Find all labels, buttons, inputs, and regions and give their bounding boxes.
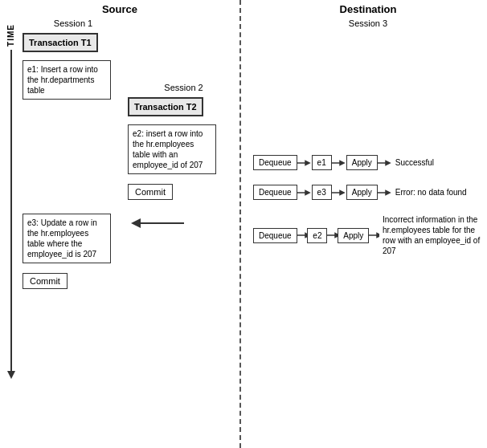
arrow-wrapper xyxy=(128,211,239,237)
session1-label: Session 1 xyxy=(23,17,124,30)
event-e2-box: e2 xyxy=(307,228,327,243)
arrow-apply-result-e2 xyxy=(369,230,379,241)
dest-row-e2: Dequeue e2 xyxy=(253,214,487,256)
dest-row-e3: Dequeue e3 xyxy=(253,185,487,200)
result-e3: Error: no data found xyxy=(395,187,467,198)
event1-box: e1: Insert a row into the hr.departments… xyxy=(23,60,111,100)
dest-row-e1: Dequeue e1 xyxy=(253,155,487,170)
spacer1 xyxy=(23,104,124,209)
source-header: Source xyxy=(0,0,239,17)
dequeue-box-e3: Dequeue xyxy=(253,185,297,200)
arrow-dequeue-e1 xyxy=(297,157,312,169)
result-e2: Incorrect information in the hr.employee… xyxy=(383,214,487,256)
session2-label: Session 2 xyxy=(128,81,239,94)
session3-label: Session 3 xyxy=(249,17,487,35)
apply-box-e3: Apply xyxy=(346,185,378,200)
commit1-box: Commit xyxy=(23,273,68,289)
result-e1: Successful xyxy=(395,157,434,168)
arrow-apply-result-e3 xyxy=(378,187,392,198)
arrow-dequeue-e3 xyxy=(297,187,312,198)
sessions-wrapper: Session 1 Transaction T1 e1: Insert a ro… xyxy=(0,17,239,294)
arrow-e1-apply xyxy=(332,157,346,169)
arrow-dequeue-e2 xyxy=(297,230,308,241)
session1-column: Session 1 Transaction T1 e1: Insert a ro… xyxy=(0,17,124,294)
arrow-e3-apply xyxy=(332,187,346,198)
transaction-t1-box: Transaction T1 xyxy=(23,33,98,52)
arrow-e2-apply xyxy=(327,230,338,241)
event3-box: e3: Update a row in the hr.employees tab… xyxy=(23,214,111,263)
event-e1-box: e1 xyxy=(312,155,332,170)
apply-box-e2: Apply xyxy=(338,228,369,243)
arrow-apply-result-e1 xyxy=(378,157,392,169)
dequeue-box-e1: Dequeue xyxy=(253,155,297,170)
session2-column: Session 2 Transaction T2 e2: insert a ro… xyxy=(124,17,239,294)
time-arrowhead xyxy=(7,371,15,379)
destination-section: Destination Session 3 Dequeue e1 xyxy=(241,0,487,448)
inter-session-arrow xyxy=(128,211,192,235)
dequeue-box-e2: Dequeue xyxy=(253,228,297,243)
dest-header: Destination xyxy=(249,0,487,17)
source-section: TIME Source Session 1 Transaction T1 e1:… xyxy=(0,0,241,448)
dest-rows: Dequeue e1 xyxy=(249,155,487,256)
commit2-box: Commit xyxy=(128,184,173,200)
diagram-container: TIME Source Session 1 Transaction T1 e1:… xyxy=(0,0,487,448)
transaction-t2-box: Transaction T2 xyxy=(128,97,203,116)
event2-box: e2: insert a row into the hr.employees t… xyxy=(128,124,216,174)
apply-box-e1: Apply xyxy=(346,155,378,170)
event-e3-box: e3 xyxy=(312,185,332,200)
